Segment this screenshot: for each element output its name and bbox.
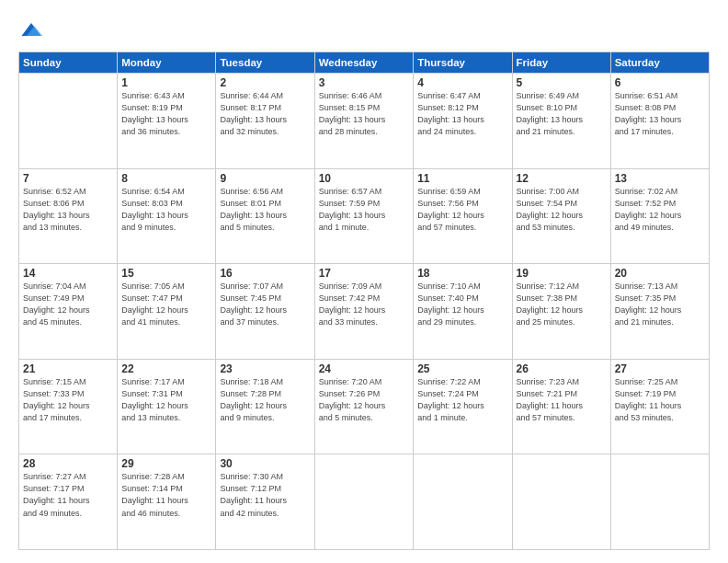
- day-info: Sunrise: 7:10 AM Sunset: 7:40 PM Dayligh…: [417, 281, 507, 328]
- day-info: Sunrise: 6:43 AM Sunset: 8:19 PM Dayligh…: [121, 90, 211, 138]
- calendar-cell: 20Sunrise: 7:13 AM Sunset: 7:35 PM Dayli…: [610, 264, 709, 360]
- weekday-header-monday: Monday: [118, 52, 216, 74]
- day-info: Sunrise: 7:07 AM Sunset: 7:45 PM Dayligh…: [220, 281, 310, 328]
- calendar-cell: 10Sunrise: 6:57 AM Sunset: 7:59 PM Dayli…: [314, 168, 414, 264]
- day-info: Sunrise: 7:04 AM Sunset: 7:49 PM Dayligh…: [23, 281, 113, 328]
- day-number: 26: [517, 362, 607, 375]
- calendar-cell: 26Sunrise: 7:23 AM Sunset: 7:21 PM Dayli…: [512, 359, 610, 454]
- day-number: 29: [121, 457, 211, 470]
- day-number: 15: [121, 267, 211, 280]
- day-info: Sunrise: 7:18 AM Sunset: 7:28 PM Dayligh…: [220, 376, 310, 424]
- day-number: 16: [220, 267, 310, 280]
- logo-icon: [18, 17, 44, 42]
- day-info: Sunrise: 6:47 AM Sunset: 8:12 PM Dayligh…: [417, 90, 507, 138]
- calendar-cell: [414, 454, 512, 550]
- calendar-cell: 9Sunrise: 6:56 AM Sunset: 8:01 PM Daylig…: [216, 168, 314, 264]
- calendar-cell: [610, 454, 709, 550]
- day-info: Sunrise: 7:23 AM Sunset: 7:21 PM Dayligh…: [517, 376, 607, 424]
- day-info: Sunrise: 7:28 AM Sunset: 7:14 PM Dayligh…: [121, 471, 211, 519]
- day-info: Sunrise: 6:59 AM Sunset: 7:56 PM Dayligh…: [417, 186, 507, 234]
- day-info: Sunrise: 6:49 AM Sunset: 8:10 PM Dayligh…: [517, 90, 607, 138]
- day-info: Sunrise: 6:51 AM Sunset: 8:08 PM Dayligh…: [615, 90, 705, 138]
- calendar-cell: [19, 74, 118, 169]
- calendar-cell: 11Sunrise: 6:59 AM Sunset: 7:56 PM Dayli…: [414, 168, 512, 264]
- day-info: Sunrise: 7:25 AM Sunset: 7:19 PM Dayligh…: [615, 376, 705, 424]
- calendar-cell: [314, 454, 414, 550]
- page: SundayMondayTuesdayWednesdayThursdayFrid…: [0, 0, 728, 563]
- day-info: Sunrise: 7:00 AM Sunset: 7:54 PM Dayligh…: [517, 186, 607, 234]
- weekday-header-thursday: Thursday: [414, 52, 512, 74]
- day-number: 5: [517, 76, 607, 89]
- day-info: Sunrise: 7:12 AM Sunset: 7:38 PM Dayligh…: [517, 281, 607, 328]
- day-info: Sunrise: 7:27 AM Sunset: 7:17 PM Dayligh…: [23, 471, 113, 519]
- day-number: 25: [417, 362, 507, 375]
- calendar-cell: 17Sunrise: 7:09 AM Sunset: 7:42 PM Dayli…: [314, 264, 414, 360]
- calendar-cell: 24Sunrise: 7:20 AM Sunset: 7:26 PM Dayli…: [314, 359, 414, 454]
- day-number: 9: [220, 172, 310, 185]
- day-number: 23: [220, 362, 310, 375]
- day-info: Sunrise: 6:57 AM Sunset: 7:59 PM Dayligh…: [319, 186, 410, 234]
- day-number: 24: [319, 362, 410, 375]
- calendar-cell: 16Sunrise: 7:07 AM Sunset: 7:45 PM Dayli…: [216, 264, 314, 360]
- day-info: Sunrise: 7:05 AM Sunset: 7:47 PM Dayligh…: [121, 281, 211, 328]
- day-number: 4: [417, 76, 507, 89]
- weekday-header-wednesday: Wednesday: [314, 52, 414, 74]
- calendar-cell: 1Sunrise: 6:43 AM Sunset: 8:19 PM Daylig…: [118, 74, 216, 169]
- day-number: 8: [121, 172, 211, 185]
- day-info: Sunrise: 6:56 AM Sunset: 8:01 PM Dayligh…: [220, 186, 310, 234]
- weekday-header-sunday: Sunday: [19, 52, 118, 74]
- weekday-header-saturday: Saturday: [610, 52, 709, 74]
- calendar-week-1: 1Sunrise: 6:43 AM Sunset: 8:19 PM Daylig…: [19, 74, 710, 169]
- day-number: 28: [23, 457, 113, 470]
- day-number: 21: [23, 362, 113, 375]
- day-number: 18: [417, 267, 507, 280]
- calendar-cell: 21Sunrise: 7:15 AM Sunset: 7:33 PM Dayli…: [19, 359, 118, 454]
- day-info: Sunrise: 7:15 AM Sunset: 7:33 PM Dayligh…: [23, 376, 113, 424]
- day-info: Sunrise: 7:30 AM Sunset: 7:12 PM Dayligh…: [220, 471, 310, 519]
- calendar-cell: 22Sunrise: 7:17 AM Sunset: 7:31 PM Dayli…: [118, 359, 216, 454]
- day-number: 3: [319, 76, 410, 89]
- day-number: 30: [220, 457, 310, 470]
- calendar-cell: 18Sunrise: 7:10 AM Sunset: 7:40 PM Dayli…: [414, 264, 512, 360]
- day-number: 2: [220, 76, 310, 89]
- day-number: 27: [615, 362, 705, 375]
- day-info: Sunrise: 6:46 AM Sunset: 8:15 PM Dayligh…: [319, 90, 410, 138]
- calendar-cell: 12Sunrise: 7:00 AM Sunset: 7:54 PM Dayli…: [512, 168, 610, 264]
- calendar-cell: 15Sunrise: 7:05 AM Sunset: 7:47 PM Dayli…: [118, 264, 216, 360]
- day-number: 19: [517, 267, 607, 280]
- day-info: Sunrise: 7:20 AM Sunset: 7:26 PM Dayligh…: [319, 376, 410, 424]
- calendar-cell: [512, 454, 610, 550]
- calendar-week-3: 14Sunrise: 7:04 AM Sunset: 7:49 PM Dayli…: [19, 264, 710, 360]
- day-info: Sunrise: 7:13 AM Sunset: 7:35 PM Dayligh…: [615, 281, 705, 328]
- weekday-header-row: SundayMondayTuesdayWednesdayThursdayFrid…: [19, 52, 710, 74]
- day-number: 14: [23, 267, 113, 280]
- calendar-cell: 2Sunrise: 6:44 AM Sunset: 8:17 PM Daylig…: [216, 74, 314, 169]
- weekday-header-friday: Friday: [512, 52, 610, 74]
- calendar-cell: 6Sunrise: 6:51 AM Sunset: 8:08 PM Daylig…: [610, 74, 709, 169]
- calendar-cell: 23Sunrise: 7:18 AM Sunset: 7:28 PM Dayli…: [216, 359, 314, 454]
- day-number: 20: [615, 267, 705, 280]
- day-number: 12: [517, 172, 607, 185]
- calendar-cell: 14Sunrise: 7:04 AM Sunset: 7:49 PM Dayli…: [19, 264, 118, 360]
- day-number: 11: [417, 172, 507, 185]
- day-info: Sunrise: 7:02 AM Sunset: 7:52 PM Dayligh…: [615, 186, 705, 234]
- calendar-cell: 13Sunrise: 7:02 AM Sunset: 7:52 PM Dayli…: [610, 168, 709, 264]
- calendar-cell: 3Sunrise: 6:46 AM Sunset: 8:15 PM Daylig…: [314, 74, 414, 169]
- calendar-cell: 8Sunrise: 6:54 AM Sunset: 8:03 PM Daylig…: [118, 168, 216, 264]
- day-info: Sunrise: 6:52 AM Sunset: 8:06 PM Dayligh…: [23, 186, 113, 234]
- day-number: 17: [319, 267, 410, 280]
- calendar-cell: 30Sunrise: 7:30 AM Sunset: 7:12 PM Dayli…: [216, 454, 314, 550]
- calendar-table: SundayMondayTuesdayWednesdayThursdayFrid…: [18, 52, 710, 550]
- calendar-cell: 28Sunrise: 7:27 AM Sunset: 7:17 PM Dayli…: [19, 454, 118, 550]
- day-info: Sunrise: 6:54 AM Sunset: 8:03 PM Dayligh…: [121, 186, 211, 234]
- calendar-week-4: 21Sunrise: 7:15 AM Sunset: 7:33 PM Dayli…: [19, 359, 710, 454]
- day-info: Sunrise: 7:09 AM Sunset: 7:42 PM Dayligh…: [319, 281, 410, 328]
- calendar-cell: 25Sunrise: 7:22 AM Sunset: 7:24 PM Dayli…: [414, 359, 512, 454]
- calendar-week-5: 28Sunrise: 7:27 AM Sunset: 7:17 PM Dayli…: [19, 454, 710, 550]
- calendar-cell: 5Sunrise: 6:49 AM Sunset: 8:10 PM Daylig…: [512, 74, 610, 169]
- day-number: 13: [615, 172, 705, 185]
- day-info: Sunrise: 7:22 AM Sunset: 7:24 PM Dayligh…: [417, 376, 507, 424]
- calendar-week-2: 7Sunrise: 6:52 AM Sunset: 8:06 PM Daylig…: [19, 168, 710, 264]
- day-info: Sunrise: 6:44 AM Sunset: 8:17 PM Dayligh…: [220, 90, 310, 138]
- day-number: 6: [615, 76, 705, 89]
